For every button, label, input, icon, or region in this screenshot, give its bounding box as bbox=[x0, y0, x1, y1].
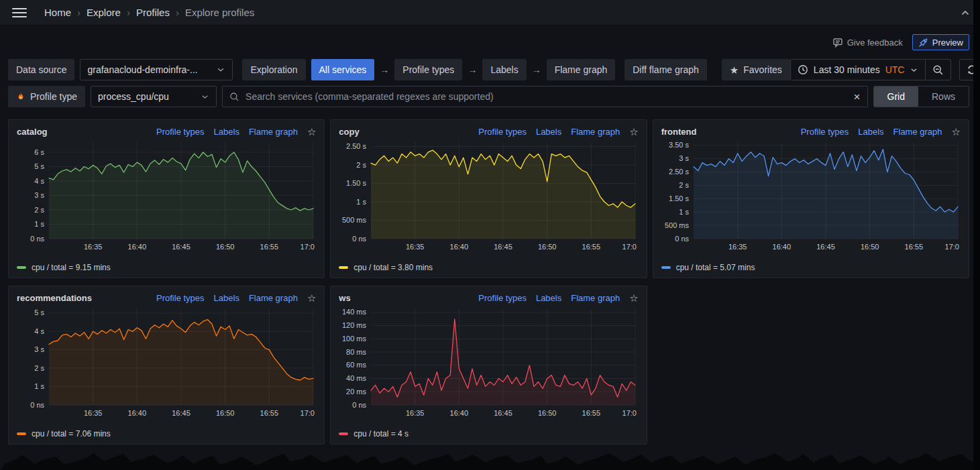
svg-text:16:55: 16:55 bbox=[582, 243, 601, 251]
panel-link-flame-graph[interactable]: Flame graph bbox=[571, 293, 620, 303]
svg-text:40 ms: 40 ms bbox=[346, 374, 366, 382]
timeseries-chart[interactable]: 0 ns500 ms1 s1.50 s2 s2.50 s16:3516:4016… bbox=[337, 138, 639, 262]
step-all-services-button[interactable]: All services bbox=[311, 59, 375, 80]
svg-text:3 s: 3 s bbox=[679, 154, 689, 162]
svg-text:2.50 s: 2.50 s bbox=[346, 142, 366, 150]
panel-header: recommendations Profile types Labels Fla… bbox=[15, 290, 317, 304]
data-source-select[interactable]: grafanacloud-demoinfra-... bbox=[80, 59, 233, 80]
magnifier-minus-icon bbox=[932, 64, 944, 76]
timeseries-chart[interactable]: 0 ns20 ms40 ms60 ms80 ms100 ms120 ms140 … bbox=[337, 304, 639, 428]
zoom-out-time-button[interactable] bbox=[925, 60, 950, 80]
panel-title: recommendations bbox=[17, 293, 92, 303]
panel-link-flame-graph[interactable]: Flame graph bbox=[893, 127, 942, 137]
timeseries-chart[interactable]: 0 ns1 s2 s3 s4 s5 s6 s16:3516:4016:4516:… bbox=[15, 138, 317, 262]
svg-text:16:50: 16:50 bbox=[216, 409, 235, 417]
clear-search-icon[interactable]: × bbox=[854, 91, 861, 103]
panel-link-labels[interactable]: Labels bbox=[536, 127, 561, 137]
arrow-right-icon: → bbox=[380, 64, 389, 75]
panel-title: copy bbox=[339, 127, 359, 137]
svg-text:1.50 s: 1.50 s bbox=[669, 194, 689, 202]
legend-label: cpu / total = 9.15 mins bbox=[32, 263, 111, 272]
favorite-star-icon[interactable]: ☆ bbox=[952, 127, 961, 137]
clock-icon bbox=[798, 64, 808, 75]
timezone-label: UTC bbox=[885, 64, 905, 75]
scrollbar-track[interactable] bbox=[973, 0, 980, 470]
svg-text:17:0: 17:0 bbox=[622, 409, 637, 417]
svg-text:0 ns: 0 ns bbox=[30, 401, 44, 409]
svg-text:0 ns: 0 ns bbox=[30, 235, 44, 243]
panel-link-flame-graph[interactable]: Flame graph bbox=[249, 293, 298, 303]
chevron-down-icon bbox=[910, 66, 918, 74]
diff-flame-graph-button[interactable]: Diff flame graph bbox=[624, 59, 707, 80]
step-flame-graph-button[interactable]: Flame graph bbox=[547, 59, 616, 80]
panel-link-profile-types[interactable]: Profile types bbox=[156, 127, 205, 137]
panel-link-labels[interactable]: Labels bbox=[858, 127, 883, 137]
panel-link-profile-types[interactable]: Profile types bbox=[156, 293, 205, 303]
exploration-button[interactable]: Exploration bbox=[242, 59, 305, 80]
panel-link-labels[interactable]: Labels bbox=[214, 127, 239, 137]
step-labels-button[interactable]: Labels bbox=[482, 59, 526, 80]
svg-text:20 ms: 20 ms bbox=[346, 388, 366, 396]
search-services-input[interactable]: Search services (comma-separated regexes… bbox=[222, 86, 867, 107]
data-source-value: grafanacloud-demoinfra-... bbox=[87, 64, 197, 75]
breadcrumb-explore[interactable]: Explore bbox=[87, 7, 121, 18]
comment-icon bbox=[832, 37, 843, 48]
legend-swatch bbox=[339, 266, 348, 269]
data-source-label: Data source bbox=[8, 59, 74, 80]
panel-link-profile-types[interactable]: Profile types bbox=[478, 293, 527, 303]
svg-text:17:0: 17:0 bbox=[622, 243, 637, 251]
time-range-picker[interactable]: Last 30 minutes UTC bbox=[791, 60, 926, 80]
panel-header: catalog Profile types Labels Flame graph… bbox=[15, 124, 317, 138]
svg-text:1 s: 1 s bbox=[34, 220, 44, 228]
svg-text:120 ms: 120 ms bbox=[342, 321, 367, 329]
svg-text:16:55: 16:55 bbox=[582, 409, 601, 417]
panel-actions: Profile types Labels Flame graph ☆ bbox=[156, 293, 316, 303]
favorite-star-icon[interactable]: ☆ bbox=[629, 127, 638, 137]
svg-text:80 ms: 80 ms bbox=[346, 348, 366, 356]
timeseries-chart[interactable]: 0 ns500 ms1 s1.50 s2 s2.50 s3 s3.50 s16:… bbox=[660, 138, 962, 262]
breadcrumb-profiles[interactable]: Profiles bbox=[136, 7, 170, 18]
svg-text:2 s: 2 s bbox=[357, 161, 367, 169]
menu-icon[interactable] bbox=[12, 8, 27, 17]
panel-link-flame-graph[interactable]: Flame graph bbox=[571, 127, 620, 137]
collapse-nav-chevron-up-icon[interactable] bbox=[960, 7, 971, 18]
panel-link-flame-graph[interactable]: Flame graph bbox=[249, 127, 298, 137]
panel-link-labels[interactable]: Labels bbox=[214, 293, 239, 303]
give-feedback-button[interactable]: Give feedback bbox=[832, 37, 903, 48]
preview-button[interactable]: Preview bbox=[912, 34, 969, 50]
layout-grid-option[interactable]: Grid bbox=[874, 86, 918, 107]
favorite-star-icon[interactable]: ☆ bbox=[629, 293, 638, 303]
svg-text:0 ns: 0 ns bbox=[675, 235, 689, 243]
svg-text:16:50: 16:50 bbox=[216, 243, 235, 251]
panel-link-profile-types[interactable]: Profile types bbox=[801, 127, 849, 137]
legend-item[interactable]: cpu / total = 7.06 mins bbox=[15, 428, 317, 440]
svg-text:4 s: 4 s bbox=[34, 327, 44, 335]
favorite-star-icon[interactable]: ☆ bbox=[307, 127, 316, 137]
panel-link-profile-types[interactable]: Profile types bbox=[478, 127, 527, 137]
breadcrumb-home[interactable]: Home bbox=[44, 7, 71, 18]
breadcrumb-current: Explore profiles bbox=[185, 7, 254, 18]
svg-text:2 s: 2 s bbox=[34, 364, 44, 372]
svg-text:16:40: 16:40 bbox=[450, 243, 469, 251]
svg-text:16:55: 16:55 bbox=[260, 409, 279, 417]
timeseries-chart[interactable]: 0 ns1 s2 s3 s4 s5 s16:3516:4016:4516:501… bbox=[15, 304, 317, 428]
favorites-button[interactable]: ★ Favorites bbox=[722, 59, 790, 80]
service-panel: ws Profile types Labels Flame graph ☆ 0 … bbox=[330, 286, 647, 445]
legend-item[interactable]: cpu / total = 3.80 mins bbox=[337, 262, 639, 274]
svg-text:16:45: 16:45 bbox=[172, 243, 190, 251]
step-profile-types-button[interactable]: Profile types bbox=[394, 59, 462, 80]
panel-link-labels[interactable]: Labels bbox=[536, 293, 561, 303]
layout-rows-option[interactable]: Rows bbox=[918, 86, 969, 107]
legend-item[interactable]: cpu / total = 9.15 mins bbox=[15, 262, 317, 274]
profile-type-label: Profile type bbox=[30, 91, 77, 102]
svg-text:16:45: 16:45 bbox=[172, 409, 190, 417]
svg-text:500 ms: 500 ms bbox=[342, 216, 367, 224]
legend-swatch bbox=[17, 266, 26, 269]
legend-label: cpu / total = 4 s bbox=[353, 429, 409, 438]
legend-item[interactable]: cpu / total = 5.07 mins bbox=[660, 262, 962, 274]
svg-text:16:50: 16:50 bbox=[861, 243, 879, 251]
profile-type-select[interactable]: process_cpu/cpu bbox=[91, 86, 217, 107]
legend-item[interactable]: cpu / total = 4 s bbox=[337, 428, 639, 440]
favorite-star-icon[interactable]: ☆ bbox=[307, 293, 316, 303]
svg-text:0 ns: 0 ns bbox=[353, 401, 367, 409]
